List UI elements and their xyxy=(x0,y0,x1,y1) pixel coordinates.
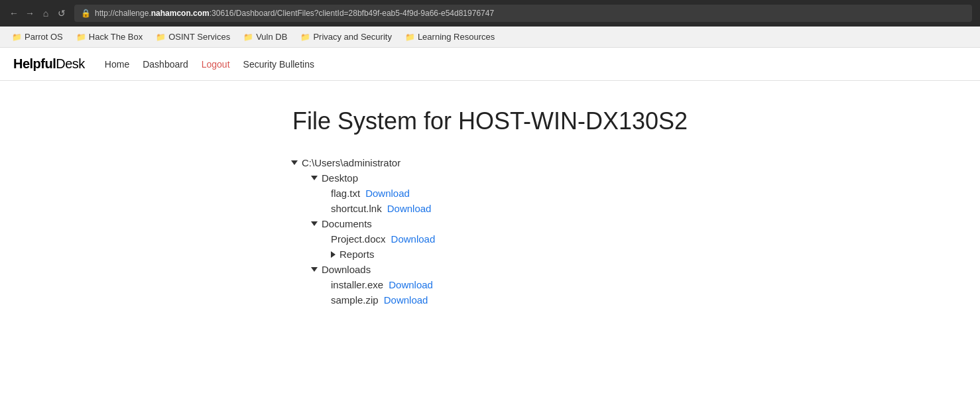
bookmark-osint-services[interactable]: 📁 OSINT Services xyxy=(151,30,235,44)
main-nav: Home Dashboard Logout Security Bulletins xyxy=(105,59,314,70)
documents-folder-item: Documents xyxy=(311,216,689,231)
downloads-folder-label: Downloads xyxy=(322,264,371,275)
bookmark-parrot-os[interactable]: 📁 Parrot OS xyxy=(7,30,68,44)
address-bar[interactable]: 🔒 http://challenge.nahamcon.com:30616/Da… xyxy=(74,5,972,22)
file-shortcut-lnk: shortcut.lnk Download xyxy=(331,201,689,216)
back-button[interactable]: ← xyxy=(8,7,20,19)
reports-folder-label: Reports xyxy=(339,249,375,260)
bookmark-hack-the-box[interactable]: 📁 Hack The Box xyxy=(71,30,148,44)
file-name-project-docx: Project.docx xyxy=(331,233,386,245)
nav-home[interactable]: Home xyxy=(105,59,129,70)
browser-chrome: ← → ⌂ ↺ 🔒 http://challenge.nahamcon.com:… xyxy=(0,0,980,27)
nav-dashboard[interactable]: Dashboard xyxy=(143,59,188,70)
bookmark-label: Learning Resources xyxy=(418,32,495,42)
url-suffix: :30616/Dashboard/ClientFiles?clientId=28… xyxy=(210,9,494,18)
downloads-expand-icon[interactable] xyxy=(311,267,318,272)
root-path-item: C:\Users\administrator xyxy=(291,155,689,170)
app-header: HelpfulDesk Home Dashboard Logout Securi… xyxy=(0,48,980,81)
file-tree: C:\Users\administrator Desktop flag.txt … xyxy=(291,155,689,308)
bookmark-vuln-db[interactable]: 📁 Vuln DB xyxy=(238,30,292,44)
download-link-shortcut-lnk[interactable]: Download xyxy=(387,203,432,214)
file-name-installer-exe: installer.exe xyxy=(331,279,383,290)
root-children: Desktop flag.txt Download shortcut.lnk D… xyxy=(311,170,689,308)
download-link-project-docx[interactable]: Download xyxy=(391,233,436,245)
folder-icon: 📁 xyxy=(156,32,166,42)
desktop-children: flag.txt Download shortcut.lnk Download xyxy=(331,186,689,216)
page-title: File System for HOST-WIN-DX130S2 xyxy=(292,107,688,135)
download-link-installer-exe[interactable]: Download xyxy=(389,279,433,290)
folder-icon: 📁 xyxy=(300,32,310,42)
bookmark-privacy-security[interactable]: 📁 Privacy and Security xyxy=(295,30,397,44)
file-name-sample-zip: sample.zip xyxy=(331,294,379,306)
file-name-flag-txt: flag.txt xyxy=(331,188,360,199)
browser-nav-buttons: ← → ⌂ ↺ xyxy=(8,7,68,19)
url-display: http://challenge.nahamcon.com:30616/Dash… xyxy=(95,9,494,18)
documents-expand-icon[interactable] xyxy=(311,221,318,226)
file-flag-txt: flag.txt Download xyxy=(331,186,689,201)
desktop-folder-item: Desktop xyxy=(311,170,689,186)
logo-bold-part: Helpful xyxy=(13,56,56,71)
bookmark-learning-resources[interactable]: 📁 Learning Resources xyxy=(400,30,500,44)
download-link-flag-txt[interactable]: Download xyxy=(365,188,410,199)
bookmark-label: Parrot OS xyxy=(25,32,63,42)
file-sample-zip: sample.zip Download xyxy=(331,292,689,308)
downloads-children: installer.exe Download sample.zip Downlo… xyxy=(331,277,689,308)
documents-folder-label: Documents xyxy=(322,218,372,229)
forward-button[interactable]: → xyxy=(24,7,36,19)
logo-normal-part: Desk xyxy=(56,56,85,71)
reports-expand-icon[interactable] xyxy=(331,251,336,258)
file-installer-exe: installer.exe Download xyxy=(331,277,689,292)
bookmark-label: OSINT Services xyxy=(168,32,230,42)
url-domain: nahamcon.com xyxy=(151,9,210,18)
bookmark-label: Vuln DB xyxy=(256,32,287,42)
app-logo: HelpfulDesk xyxy=(13,56,85,72)
documents-children: Project.docx Download Reports xyxy=(331,231,689,262)
root-path-label: C:\Users\administrator xyxy=(302,157,400,168)
desktop-expand-icon[interactable] xyxy=(311,176,318,180)
folder-icon: 📁 xyxy=(243,32,253,42)
downloads-folder-item: Downloads xyxy=(311,262,689,277)
desktop-folder-label: Desktop xyxy=(322,172,358,184)
file-project-docx: Project.docx Download xyxy=(331,231,689,247)
home-button[interactable]: ⌂ xyxy=(40,7,52,19)
reports-folder-item: Reports xyxy=(331,247,689,262)
bookmark-label: Hack The Box xyxy=(89,32,143,42)
nav-logout[interactable]: Logout xyxy=(202,59,230,70)
download-link-sample-zip[interactable]: Download xyxy=(384,294,428,306)
lock-icon: 🔒 xyxy=(81,9,91,18)
folder-icon: 📁 xyxy=(12,32,22,42)
refresh-button[interactable]: ↺ xyxy=(56,7,68,19)
file-name-shortcut-lnk: shortcut.lnk xyxy=(331,203,382,214)
root-expand-icon[interactable] xyxy=(291,160,298,165)
bookmarks-bar: 📁 Parrot OS 📁 Hack The Box 📁 OSINT Servi… xyxy=(0,27,980,48)
nav-security-bulletins[interactable]: Security Bulletins xyxy=(243,59,314,70)
folder-icon: 📁 xyxy=(76,32,86,42)
bookmark-label: Privacy and Security xyxy=(313,32,392,42)
folder-icon: 📁 xyxy=(405,32,415,42)
url-prefix: http://challenge. xyxy=(95,9,151,18)
main-content: File System for HOST-WIN-DX130S2 C:\User… xyxy=(0,81,980,334)
